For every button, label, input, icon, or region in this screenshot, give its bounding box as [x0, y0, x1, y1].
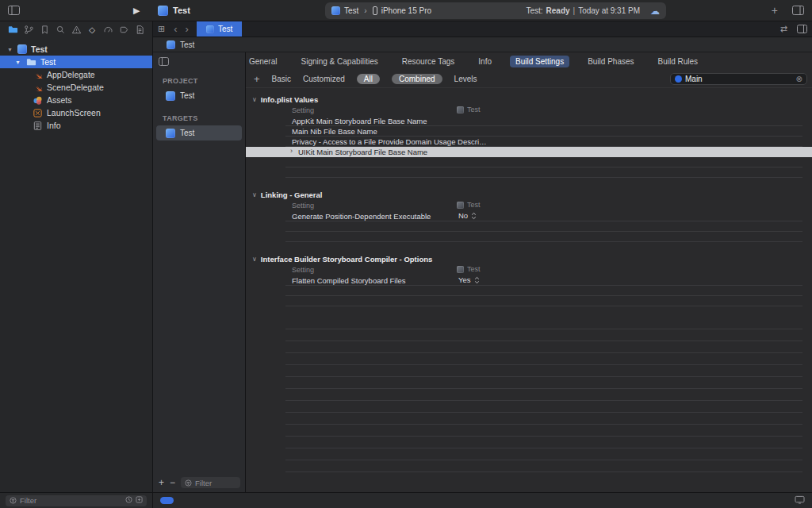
forward-icon[interactable]: ›: [182, 21, 193, 37]
breadcrumb[interactable]: Test: [180, 40, 194, 49]
editor-tab-build-rules[interactable]: Build Rules: [653, 56, 704, 67]
add-target-button[interactable]: +: [159, 477, 164, 488]
split-editor-icon[interactable]: [792, 21, 812, 37]
empty-row: [246, 221, 812, 232]
editor-tab-resource-tags[interactable]: Resource Tags: [396, 56, 461, 67]
tree-item-project-root[interactable]: ▾ Test: [0, 43, 152, 56]
project-icon: [166, 91, 175, 101]
project-navigator-icon[interactable]: [7, 25, 18, 35]
targets-filter-field[interactable]: [181, 477, 240, 488]
scope-basic[interactable]: Basic: [272, 75, 291, 83]
tree-item-scenedelegate[interactable]: SceneDelegate: [0, 81, 152, 94]
project-row[interactable]: Test: [156, 88, 242, 103]
clear-search-icon[interactable]: ⊗: [796, 75, 802, 83]
empty-row: [246, 286, 812, 296]
back-icon[interactable]: ‹: [170, 21, 181, 37]
display-icon[interactable]: [795, 495, 805, 506]
breakpoint-icon[interactable]: [118, 25, 129, 35]
setting-row-privacy-access-to-a-file-provide-domain-[interactable]: Privacy - Access to a File Provide Domai…: [246, 137, 812, 147]
tree-item-assets[interactable]: Assets: [0, 94, 152, 106]
setting-name: Generate Position-Dependent Executable: [292, 212, 431, 221]
tree-files: AppDelegateSceneDelegateAssetsLaunchScre…: [0, 68, 152, 132]
bookmark-icon[interactable]: [39, 25, 50, 35]
setting-row-uikit-main-storyboard-file-base-name[interactable]: ›UIKit Main Storyboard File Base Name: [246, 147, 812, 157]
project-row-label: Test: [180, 91, 194, 100]
editor-indicator-capsule-icon[interactable]: [160, 497, 174, 504]
scope-levels[interactable]: Levels: [454, 75, 477, 83]
gauge-icon[interactable]: [102, 25, 113, 35]
column-setting: Setting: [292, 266, 314, 274]
section-collapse-icon[interactable]: ∨: [252, 256, 257, 263]
disclosure-open-icon[interactable]: ▾: [6, 46, 13, 53]
add-setting-icon[interactable]: +: [254, 73, 260, 85]
empty-row: [246, 341, 812, 353]
tab-test[interactable]: Test: [197, 21, 242, 37]
editor-tab-build-settings[interactable]: Build Settings: [510, 56, 569, 67]
disclosure-open-icon[interactable]: ▾: [14, 59, 21, 66]
scheme-status-bar[interactable]: Test › iPhone 15 Pro Test: Ready | Today…: [325, 2, 666, 19]
breadcrumb-app-icon: [167, 40, 175, 49]
setting-value-popup[interactable]: No: [458, 211, 477, 220]
issues-icon[interactable]: [71, 25, 82, 35]
search-icon[interactable]: [55, 25, 66, 35]
column-setting: Setting: [292, 106, 314, 114]
target-column-icon: [457, 106, 464, 114]
source-control-icon[interactable]: [23, 25, 34, 35]
setting-name: UIKit Main Storyboard File Base Name: [298, 148, 427, 156]
scheme-name[interactable]: Test: [344, 6, 358, 15]
reports-icon[interactable]: [134, 25, 145, 35]
settings-search-input[interactable]: [685, 75, 793, 83]
setting-value-popup[interactable]: Yes: [458, 275, 480, 284]
scheme-chevron-icon: ›: [364, 6, 366, 15]
status-state: Ready: [546, 6, 570, 15]
scope-combined[interactable]: Combined: [392, 74, 442, 84]
tree-item-info[interactable]: Info: [0, 119, 152, 132]
swap-editor-icon[interactable]: ⇄: [776, 21, 792, 37]
scope-customized[interactable]: Customized: [303, 75, 345, 83]
editor-tab-signing-capabilities[interactable]: Signing & Capabilities: [295, 56, 383, 67]
navigator-filter-input[interactable]: [20, 496, 122, 505]
tab-overview-icon[interactable]: ⊞: [153, 21, 170, 37]
target-row[interactable]: Test: [156, 125, 242, 140]
run-button[interactable]: ▶: [133, 6, 140, 16]
build-settings-editor: GeneralSigning & CapabilitiesResource Ta…: [246, 52, 812, 492]
navigator-filter-field[interactable]: [6, 495, 147, 506]
asset-catalog-icon: [32, 94, 43, 106]
sidebar-collapse-icon[interactable]: [159, 57, 169, 67]
section-header[interactable]: ∨Info.plist Values: [246, 94, 812, 106]
activity-status[interactable]: Test: Ready | Today at 9:31 PM: [526, 6, 640, 15]
settings-search-field[interactable]: ⊗: [670, 73, 807, 85]
scope-all[interactable]: All: [357, 74, 380, 84]
setting-name: Privacy - Access to a File Provide Domai…: [292, 137, 487, 146]
source-control-filter-icon[interactable]: [136, 496, 143, 505]
remove-target-button[interactable]: −: [170, 477, 175, 488]
disclosure-icon[interactable]: ›: [290, 147, 293, 155]
window-document: Test: [158, 6, 190, 16]
tree-item-appdelegate[interactable]: AppDelegate: [0, 68, 152, 81]
section-header[interactable]: ∨Interface Builder Storyboard Compiler -…: [246, 253, 812, 265]
run-destination[interactable]: iPhone 15 Pro: [381, 6, 431, 15]
section-header[interactable]: ∨Linking - General: [246, 189, 812, 201]
navigator-tab-bar: ◇: [0, 21, 152, 37]
editor-tab-general[interactable]: General: [243, 56, 283, 67]
navigator-toggle-icon[interactable]: [8, 6, 20, 15]
targets-filter-input[interactable]: [195, 479, 236, 487]
setting-row-main-nib-file-base-name[interactable]: Main Nib File Base Name: [246, 126, 812, 137]
setting-row-appkit-main-storyboard-file-base-name[interactable]: AppKit Main Storyboard File Base Name: [246, 116, 812, 126]
recents-filter-icon[interactable]: [125, 496, 132, 505]
setting-row-flatten-compiled-storyboard-files[interactable]: Flatten Compiled Storyboard FilesYes: [246, 275, 812, 286]
section-collapse-icon[interactable]: ∨: [252, 191, 257, 198]
editor-tab-info[interactable]: Info: [473, 56, 497, 67]
settings-section-info-plist-values: ∨Info.plist ValuesSettingTestAppKit Main…: [246, 94, 812, 178]
tree-item-group-test[interactable]: ▾ Test: [0, 56, 152, 68]
storyboard-icon: [32, 107, 43, 118]
editor-tab-build-phases[interactable]: Build Phases: [582, 56, 639, 67]
status-project: Test:: [526, 6, 542, 15]
tests-icon[interactable]: ◇: [86, 25, 98, 34]
tree-item-launchscreen[interactable]: LaunchScreen: [0, 106, 152, 119]
tree-file-label: LaunchScreen: [47, 108, 101, 117]
setting-row-generate-position-dependent-executable[interactable]: Generate Position-Dependent ExecutableNo: [246, 211, 812, 221]
editor-layout-icon[interactable]: [792, 6, 804, 15]
library-add-icon[interactable]: +: [772, 4, 778, 17]
section-collapse-icon[interactable]: ∨: [252, 96, 257, 103]
